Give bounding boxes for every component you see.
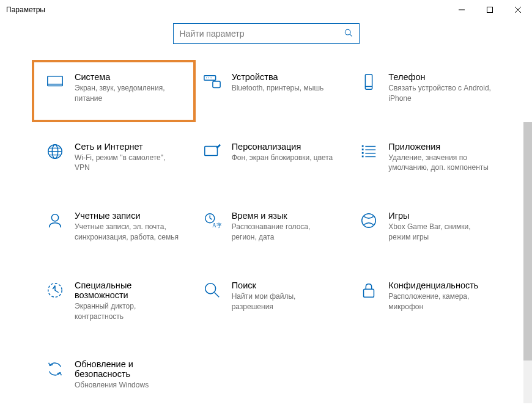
tile-personalization[interactable]: Персонализация Фон, экран блокировки, цв… [200,138,339,177]
system-icon [45,72,65,92]
tile-apps[interactable]: Приложения Удаление, значения по умолчан… [357,138,495,177]
tile-desc: Связать устройство с Android, iPhone [388,83,493,104]
tile-title: Система [75,72,179,82]
update-icon [45,359,65,379]
tile-desc: Обновления Windows [75,380,179,390]
tile-desc: Экран, звук, уведомления, питание [75,83,179,104]
privacy-icon [359,280,379,300]
tile-desc: Wi-Fi, режим "в самолете", VPN [75,153,179,174]
maximize-icon [487,7,493,13]
devices-icon [202,72,222,92]
svg-point-36 [205,284,215,294]
search-icon [344,29,353,39]
svg-point-12 [210,78,212,79]
svg-text:A字: A字 [212,222,221,229]
svg-rect-13 [366,75,372,89]
tile-system[interactable]: Система Экран, звук, уведомления, питани… [43,68,182,108]
tile-desc: Распознавание голоса, регион, дата [232,222,336,243]
svg-line-37 [214,293,219,298]
title-bar: Параметры [0,0,532,20]
tile-title: Приложения [388,142,493,152]
network-icon [45,142,65,161]
search-container [0,23,532,44]
minimize-icon [459,7,465,13]
svg-rect-1 [487,7,493,13]
svg-point-4 [345,29,350,35]
tile-title: Обновление и безопасность [75,359,179,379]
tile-update[interactable]: Обновление и безопасность Обновления Win… [43,356,182,394]
search-box[interactable] [173,23,360,44]
svg-point-34 [362,214,376,228]
tile-desc: Расположение, камера, микрофон [388,291,493,312]
close-icon [515,7,521,13]
accessibility-icon [45,280,65,300]
tile-accounts[interactable]: Учетные записи Учетные записи, эл. почта… [43,207,182,246]
svg-point-10 [206,78,207,79]
search-category-icon [202,280,222,300]
tile-title: Поиск [232,280,336,290]
gaming-icon [359,211,379,230]
tile-title: Конфиденциальность [388,280,493,290]
tile-title: Время и язык [232,211,336,221]
tile-desc: Xbox Game Bar, снимки, режим игры [388,222,493,243]
tile-title: Учетные записи [75,211,179,221]
tile-phone[interactable]: Телефон Связать устройство с Android, iP… [357,68,495,108]
phone-icon [359,72,379,92]
svg-point-11 [208,78,209,79]
apps-icon [359,142,379,161]
tile-gaming[interactable]: Игры Xbox Game Bar, снимки, режим игры [357,207,495,246]
svg-rect-25 [362,145,364,147]
tile-desc: Экранный диктор, контрастность [75,301,179,322]
tile-accessibility[interactable]: Специальные возможности Экранный диктор,… [43,277,182,326]
svg-rect-28 [362,155,364,157]
svg-point-29 [51,214,58,221]
svg-line-32 [210,218,212,219]
tile-desc: Фон, экран блокировки, цвета [232,153,336,163]
tile-title: Телефон [388,72,493,82]
accounts-icon [45,211,65,230]
search-input[interactable] [180,29,344,38]
maximize-button[interactable] [476,0,504,20]
personalization-icon [202,142,222,161]
tile-desc: Удаление, значения по умолчанию, доп. ко… [388,153,493,174]
tile-title: Устройства [232,72,336,82]
svg-rect-8 [204,76,216,81]
svg-rect-26 [362,148,364,150]
tile-title: Игры [388,211,493,221]
tile-privacy[interactable]: Конфиденциальность Расположение, камера,… [357,277,495,326]
scrollbar-thumb[interactable] [523,122,532,361]
tile-title: Персонализация [232,142,336,152]
svg-line-5 [349,34,352,36]
window-controls [448,0,532,20]
tile-search[interactable]: Поиск Найти мои файлы, разрешения [200,277,339,326]
tile-desc: Найти мои файлы, разрешения [232,291,336,312]
svg-rect-38 [364,289,374,297]
svg-rect-27 [362,152,364,154]
tile-desc: Bluetooth, принтеры, мышь [232,83,336,93]
window-title: Параметры [6,5,45,14]
vertical-scrollbar[interactable] [523,122,532,403]
tile-desc: Учетные записи, эл. почта, синхронизация… [75,222,179,243]
tile-title: Сеть и Интернет [75,142,179,152]
close-button[interactable] [504,0,532,20]
settings-grid: Система Экран, звук, уведомления, питани… [0,68,532,394]
svg-rect-9 [213,81,220,87]
tile-title: Специальные возможности [75,280,179,300]
minimize-button[interactable] [448,0,476,20]
tile-network[interactable]: Сеть и Интернет Wi-Fi, режим "в самолете… [43,138,182,177]
svg-rect-20 [204,146,217,155]
tile-time[interactable]: A字 Время и язык Распознавание голоса, ре… [200,207,339,246]
tile-devices[interactable]: Устройства Bluetooth, принтеры, мышь [200,68,339,108]
time-language-icon: A字 [202,211,222,230]
